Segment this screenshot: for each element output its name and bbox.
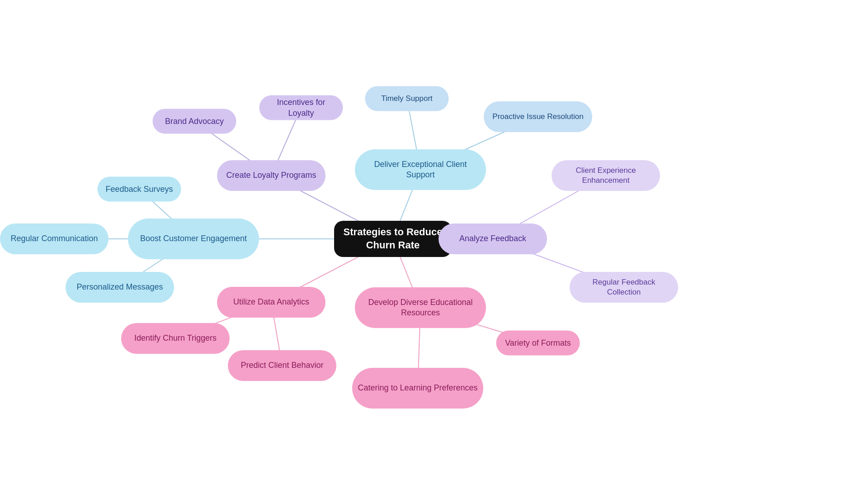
node-analyze_feedback: Analyze Feedback	[439, 224, 547, 254]
node-catering_to_learning_preferences: Catering to Learning Preferences	[352, 368, 483, 409]
node-develop_diverse_educational_resources: Develop Diverse Educational Resources	[355, 287, 486, 328]
node-incentives_for_loyalty: Incentives for Loyalty	[259, 95, 343, 120]
node-identify_churn_triggers: Identify Churn Triggers	[121, 323, 230, 354]
node-timely_support: Timely Support	[365, 86, 449, 111]
node-proactive_issue_resolution: Proactive Issue Resolution	[484, 101, 592, 132]
node-feedback_surveys: Feedback Surveys	[98, 177, 181, 202]
node-predict_client_behavior: Predict Client Behavior	[228, 350, 336, 381]
node-deliver_exceptional_client_support: Deliver Exceptional Client Support	[355, 149, 486, 190]
node-create_loyalty_programs: Create Loyalty Programs	[217, 160, 326, 191]
mindmap-container: Strategies to Reduce Churn RateBoost Cus…	[0, 0, 868, 490]
node-variety_of_formats: Variety of Formats	[496, 331, 580, 356]
node-utilize_data_analytics: Utilize Data Analytics	[217, 287, 326, 318]
node-regular_communication: Regular Communication	[0, 224, 108, 254]
node-personalized_messages: Personalized Messages	[66, 272, 174, 303]
node-brand_advocacy: Brand Advocacy	[153, 109, 236, 134]
node-client_experience_enhancement: Client Experience Enhancement	[552, 160, 660, 191]
node-regular_feedback_collection: Regular Feedback Collection	[570, 272, 678, 303]
node-center: Strategies to Reduce Churn Rate	[334, 221, 452, 257]
node-boost_customer_engagement: Boost Customer Engagement	[128, 219, 259, 259]
